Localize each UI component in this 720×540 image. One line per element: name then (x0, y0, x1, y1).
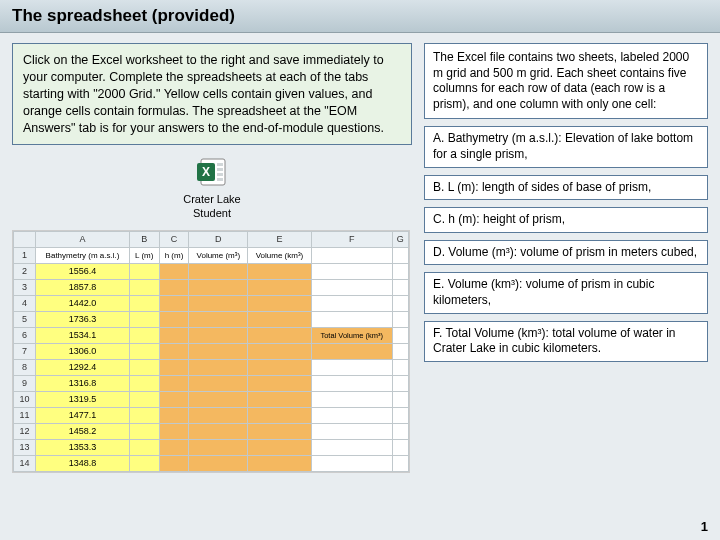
column-desc-d: D. Volume (m³): volume of prism in meter… (424, 240, 708, 266)
instructions-box: Click on the Excel worksheet to the righ… (12, 43, 412, 145)
svg-rect-4 (217, 168, 223, 171)
table-row: 51736.3 (14, 311, 409, 327)
column-desc-f: F. Total Volume (km³): total volume of w… (424, 321, 708, 362)
table-row: 101319.5 (14, 391, 409, 407)
left-column: Click on the Excel worksheet to the righ… (12, 43, 412, 473)
table-row: 61534.1Total Volume (km³) (14, 327, 409, 343)
header: The spreadsheet (provided) (0, 0, 720, 33)
intro-description-box: The Excel file contains two sheets, labe… (424, 43, 708, 119)
table-row: 121458.2 (14, 423, 409, 439)
spreadsheet-preview: A B C D E F G 1 Bathymetry (m a.s.l.) L … (12, 230, 410, 473)
right-column: The Excel file contains two sheets, labe… (424, 43, 708, 473)
col-header-row: A B C D E F G (14, 231, 409, 247)
content-area: Click on the Excel worksheet to the righ… (0, 33, 720, 473)
table-row: 41442.0 (14, 295, 409, 311)
excel-icon: X (195, 157, 229, 187)
column-desc-b: B. L (m): length of sides of base of pri… (424, 175, 708, 201)
spreadsheet-table: A B C D E F G 1 Bathymetry (m a.s.l.) L … (13, 231, 409, 472)
column-desc-e: E. Volume (km³): volume of prism in cubi… (424, 272, 708, 313)
page-title: The spreadsheet (provided) (12, 6, 708, 26)
table-row: 31857.8 (14, 279, 409, 295)
table-row: 81292.4 (14, 359, 409, 375)
table-row: 131353.3 (14, 439, 409, 455)
column-desc-c: C. h (m): height of prism, (424, 207, 708, 233)
excel-caption: Crater Lake Student (12, 193, 412, 219)
svg-text:X: X (202, 165, 210, 179)
excel-link[interactable]: X Crater Lake Student (12, 157, 412, 219)
table-row: 111477.1 (14, 407, 409, 423)
table-row: 71306.0 (14, 343, 409, 359)
table-row: 141348.8 (14, 455, 409, 471)
svg-rect-3 (217, 163, 223, 166)
svg-rect-6 (217, 178, 223, 181)
page-number: 1 (701, 519, 708, 534)
column-desc-a: A. Bathymetry (m a.s.l.): Elevation of l… (424, 126, 708, 167)
table-row: 91316.8 (14, 375, 409, 391)
table-row: 21556.4 (14, 263, 409, 279)
svg-rect-5 (217, 173, 223, 176)
data-header-row: 1 Bathymetry (m a.s.l.) L (m) h (m) Volu… (14, 247, 409, 263)
